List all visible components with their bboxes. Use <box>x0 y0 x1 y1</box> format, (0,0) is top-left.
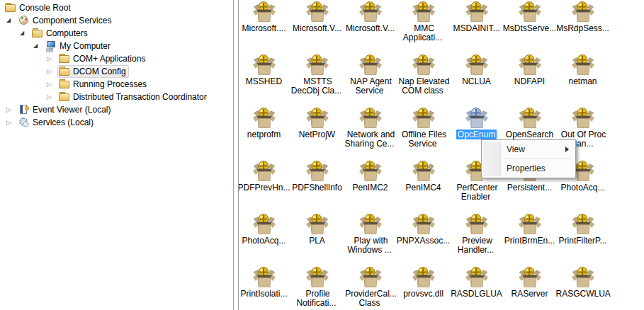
dcom-component-item[interactable]: MsRdpSess... <box>556 0 609 52</box>
tree-item-label: Services (Local) <box>30 117 94 127</box>
dcom-component-label: NDFAPI <box>513 77 546 86</box>
dcom-component-item[interactable]: Microsoft.V... <box>290 0 344 52</box>
expanded-arrow-icon[interactable]: ◢ <box>33 40 44 52</box>
dcom-component-item[interactable]: PrintBrmEn... <box>503 211 556 264</box>
dcom-component-item[interactable]: Profile Notificati... <box>290 264 344 310</box>
dcom-component-item[interactable]: PNPXAssoc... <box>397 211 450 264</box>
collapsed-arrow-icon[interactable]: ▷ <box>46 78 57 91</box>
tree-item-body[interactable]: Running Processes <box>57 78 149 91</box>
dcom-component-box-icon <box>571 212 595 236</box>
dcom-component-item[interactable]: Nap Elevated COM class <box>397 52 450 105</box>
dcom-component-item[interactable]: netman <box>556 52 609 105</box>
tree-item-body[interactable]: Component Services <box>17 14 114 27</box>
dcom-component-item[interactable]: PLA <box>290 211 344 264</box>
dcom-component-box-icon <box>518 0 542 23</box>
dcom-component-item[interactable]: Offline Files Service <box>397 105 450 158</box>
dcom-component-item[interactable]: NetProjW <box>290 105 344 158</box>
dcom-component-label: PerfCenter Enabler <box>455 183 497 202</box>
tree-item-body[interactable]: Console Root <box>4 1 74 14</box>
dcom-component-item[interactable]: PrintFilterP... <box>556 211 609 264</box>
dcom-component-item[interactable]: PenIMC2 <box>344 158 397 211</box>
tree-item[interactable]: ◢ Component Services <box>0 14 233 27</box>
tree-item[interactable]: ▷ Running Processes <box>0 78 233 91</box>
dcom-component-item[interactable]: NDFAPI <box>503 52 556 105</box>
collapsed-arrow-icon[interactable]: ▷ <box>6 116 17 129</box>
dcom-component-label: ProviderCal... Class <box>344 289 397 308</box>
tree-item[interactable]: ▷ Services (Local) <box>0 116 233 129</box>
dcom-component-item[interactable]: MMC Applicati... <box>397 0 450 52</box>
tree-item[interactable]: ▷ COM+ Applications <box>0 52 233 65</box>
dcom-component-box-icon <box>305 53 329 76</box>
tree-item[interactable]: ▷ Event Viewer (Local) <box>0 103 233 116</box>
dcom-component-box-icon <box>571 106 595 130</box>
dcom-component-label: MSSHED <box>244 77 283 86</box>
dcom-component-item[interactable]: MSSHED <box>238 52 290 105</box>
dcom-component-item[interactable]: PDFShellInfo <box>290 158 344 211</box>
dcom-component-item[interactable]: provsvc.dll <box>397 264 450 310</box>
tree-item-body[interactable]: Event Viewer (Local) <box>17 103 114 116</box>
tree-item[interactable]: ▷ Distributed Transaction Coordinator <box>0 91 233 103</box>
dcom-component-item[interactable]: MSDAINIT... <box>450 0 503 52</box>
dcom-component-item[interactable]: PDFPrevHn... <box>238 158 290 211</box>
expanded-arrow-icon[interactable]: ◢ <box>6 14 17 27</box>
dcom-component-item[interactable]: netprofm <box>238 105 290 158</box>
dcom-component-item[interactable]: Play with Windows ... <box>344 211 397 264</box>
dcom-component-item[interactable]: NCLUA <box>450 52 503 105</box>
dcom-component-label: PDFPrevHn... <box>238 183 292 193</box>
dcom-component-label: Network and Sharing Ce... <box>344 130 395 149</box>
collapsed-arrow-icon[interactable]: ▷ <box>46 52 57 65</box>
dcom-component-label: Preview Handler... <box>458 236 495 255</box>
dcom-component-item[interactable]: MsDtsServe... <box>503 0 556 52</box>
dcom-component-label: PLA <box>307 236 327 246</box>
dcom-component-item[interactable]: RAServer <box>503 264 556 310</box>
dcom-component-item[interactable]: Preview Handler... <box>450 211 503 264</box>
dcom-component-label: MsRdpSess... <box>555 24 611 33</box>
dcom-component-box-icon <box>252 212 276 236</box>
tree-item-body[interactable]: DCOM Config <box>57 65 129 78</box>
tree-item-body[interactable]: Services (Local) <box>17 116 96 129</box>
tree-item-body[interactable]: My Computer <box>44 40 113 52</box>
component-services-icon <box>18 15 30 26</box>
tree-item[interactable]: ◢ Computers <box>0 27 233 40</box>
dcom-component-item[interactable]: PhotoAcq... <box>238 211 290 264</box>
dcom-component-label: PenIMC2 <box>351 183 389 193</box>
dcom-component-label: Offline Files Service <box>400 130 446 149</box>
dcom-component-item[interactable]: Microsoft.... <box>238 0 290 52</box>
dcom-component-box-icon <box>252 265 276 289</box>
dcom-component-item[interactable]: MSTTS DecObj Cla... <box>290 52 344 105</box>
dcom-component-label: PenIMC4 <box>404 183 442 193</box>
dcom-component-box-icon <box>305 212 329 236</box>
folder-icon <box>32 28 43 39</box>
collapsed-arrow-icon[interactable]: ▷ <box>46 91 57 103</box>
dcom-component-label: MSDAINIT... <box>451 24 501 33</box>
dcom-component-box-icon <box>412 106 436 130</box>
dcom-component-label: PDFShellInfo <box>290 183 344 193</box>
dcom-component-item[interactable]: RASDLGLUA <box>450 264 503 310</box>
tree-item[interactable]: ◢ My Computer <box>0 40 233 52</box>
collapsed-arrow-icon[interactable]: ▷ <box>46 65 57 78</box>
dcom-component-item[interactable]: PrintIsolati... <box>238 264 290 310</box>
dcom-component-label: PhotoAcq... <box>559 183 606 193</box>
services-icon <box>18 117 30 128</box>
dcom-component-item[interactable]: ProviderCal... Class <box>344 264 397 310</box>
expanded-arrow-icon[interactable]: ◢ <box>19 27 30 40</box>
dcom-component-box-icon <box>358 106 383 130</box>
collapsed-arrow-icon[interactable]: ▷ <box>6 103 17 116</box>
context-menu-item[interactable]: Properties <box>483 161 574 176</box>
tree-item-body[interactable]: COM+ Applications <box>57 52 148 65</box>
tree-item-body[interactable]: Distributed Transaction Coordinator <box>57 91 210 103</box>
dcom-component-item[interactable]: RASGCWLUA <box>556 264 609 310</box>
dcom-component-item[interactable]: PenIMC4 <box>397 158 450 211</box>
folder-icon <box>59 53 70 64</box>
tree-item-label: My Computer <box>57 41 111 51</box>
context-menu-item[interactable]: View <box>483 142 574 157</box>
tree-item[interactable]: Console Root <box>0 1 233 14</box>
dcom-component-item[interactable]: Microsoft.V... <box>344 0 397 52</box>
component-services-console: Console Root ◢ Component Services ◢ Comp… <box>0 0 644 310</box>
dcom-component-item[interactable]: NAP Agent Service <box>344 52 397 105</box>
tree-item[interactable]: ▷ DCOM Config <box>0 65 233 78</box>
dcom-component-item[interactable]: Network and Sharing Ce... <box>344 105 397 158</box>
dcom-component-label: Persistent... <box>506 183 553 193</box>
tree-item-body[interactable]: Computers <box>30 27 91 40</box>
console-tree-panel: Console Root ◢ Component Services ◢ Comp… <box>0 0 234 310</box>
